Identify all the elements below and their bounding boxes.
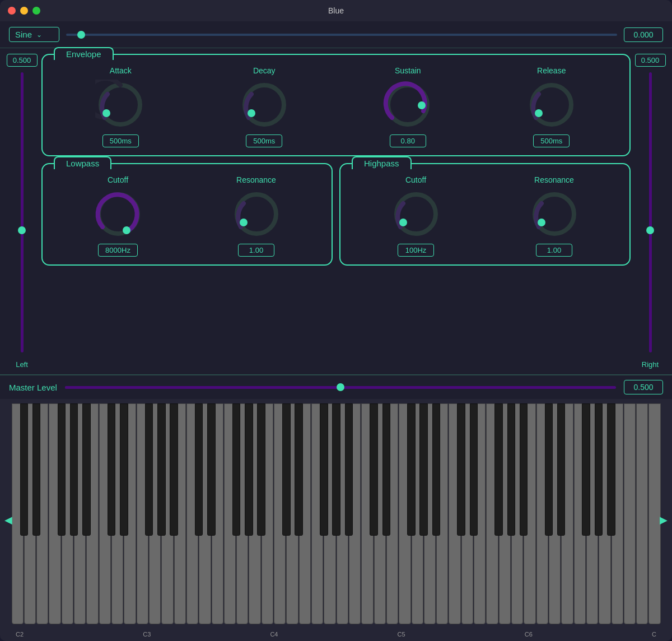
lowpass-resonance-label: Resonance [236,175,276,184]
chevron-down-icon: ⌄ [36,31,42,39]
white-key[interactable] [599,403,610,624]
decay-label: Decay [253,66,276,75]
lowpass-resonance-value[interactable]: 1.00 [238,244,274,257]
white-key[interactable] [111,403,123,624]
piano-label-c3: C3 [143,631,151,638]
white-key[interactable] [574,403,586,624]
highpass-resonance-value[interactable]: 1.00 [536,244,572,257]
right-value-box[interactable]: 0.500 [635,54,666,67]
white-key[interactable] [549,403,561,624]
top-slider-container [66,34,617,36]
master-track-fill [65,386,340,389]
white-key[interactable] [511,403,523,624]
white-key[interactable] [286,403,298,624]
master-track[interactable] [65,386,616,389]
white-key[interactable] [399,403,410,624]
left-slider-thumb[interactable] [18,226,26,234]
white-key[interactable] [412,403,423,624]
decay-value[interactable]: 500ms [246,134,282,147]
white-key[interactable] [636,403,648,624]
white-key[interactable] [349,403,361,624]
white-key[interactable] [449,403,460,624]
piano-nav-right[interactable]: ▶ [657,512,670,528]
white-key[interactable] [36,403,48,624]
white-key[interactable] [199,403,211,624]
white-key[interactable] [161,403,173,624]
white-key[interactable] [536,403,548,624]
master-slider-thumb[interactable] [337,383,344,391]
top-slider-thumb[interactable] [77,31,85,39]
white-key[interactable] [486,403,498,624]
white-key[interactable] [174,403,186,624]
master-level-row: Master Level 0.500 [0,375,672,399]
white-key[interactable] [524,403,535,624]
white-key[interactable] [374,403,386,624]
white-key[interactable] [361,403,373,624]
piano-keys-area[interactable] [11,403,661,624]
svg-point-9 [123,226,130,234]
white-key[interactable] [436,403,448,624]
white-key[interactable] [236,403,248,624]
left-slider-track[interactable] [21,72,24,352]
titlebar: Blue [0,0,672,21]
white-key[interactable] [186,403,198,624]
white-key[interactable] [424,403,436,624]
white-key[interactable] [62,403,73,624]
white-key[interactable] [612,403,623,624]
white-key[interactable] [224,403,236,624]
window-controls [8,7,40,15]
sustain-knob[interactable] [382,80,433,130]
white-key[interactable] [324,403,335,624]
left-value-box[interactable]: 0.500 [7,54,38,67]
release-knob[interactable] [526,80,577,130]
highpass-cutoff-knob[interactable] [391,189,441,239]
white-key[interactable] [624,403,636,624]
piano-nav-left[interactable]: ◀ [2,512,15,528]
waveform-selector[interactable]: Sine ⌄ [9,27,59,42]
sustain-value[interactable]: 0.80 [390,134,426,147]
lowpass-cutoff-knob[interactable] [93,189,143,239]
highpass-cutoff-value[interactable]: 100Hz [398,244,434,257]
right-slider-thumb[interactable] [646,226,654,234]
master-value-box[interactable]: 0.500 [624,380,663,394]
svg-point-5 [418,101,426,109]
white-key[interactable] [274,403,286,624]
attack-knob[interactable] [95,80,146,130]
white-key[interactable] [212,403,223,624]
highpass-resonance-knob[interactable] [529,189,580,239]
white-key[interactable] [249,403,260,624]
right-slider-track[interactable] [649,72,652,352]
white-key[interactable] [311,403,323,624]
white-key[interactable] [299,403,311,624]
attack-value[interactable]: 500ms [102,134,139,147]
white-key[interactable] [86,403,98,624]
white-key[interactable] [74,403,86,624]
white-key[interactable] [24,403,36,624]
white-key[interactable] [561,403,573,624]
white-key[interactable] [474,403,486,624]
minimize-button[interactable] [20,7,28,15]
white-key[interactable] [337,403,348,624]
white-key[interactable] [499,403,511,624]
release-value[interactable]: 500ms [533,134,570,147]
top-value-box[interactable]: 0.000 [624,27,663,42]
release-label: Release [537,66,566,75]
lowpass-resonance-knob[interactable] [231,189,282,239]
white-key[interactable] [262,403,273,624]
lowpass-cutoff-label: Cutoff [108,175,128,184]
white-key[interactable] [461,403,473,624]
white-key[interactable] [137,403,148,624]
top-track[interactable] [66,34,617,36]
close-button[interactable] [8,7,16,15]
svg-point-7 [535,109,543,117]
white-key[interactable] [49,403,60,624]
decay-knob[interactable] [239,80,290,130]
white-key[interactable] [149,403,161,624]
white-key[interactable] [99,403,111,624]
white-key[interactable] [124,403,136,624]
maximize-button[interactable] [32,7,40,15]
white-key[interactable] [586,403,598,624]
white-key[interactable] [386,403,398,624]
center-panels: Envelope Attack 500ms [36,54,636,369]
lowpass-cutoff-value[interactable]: 8000Hz [98,244,138,257]
